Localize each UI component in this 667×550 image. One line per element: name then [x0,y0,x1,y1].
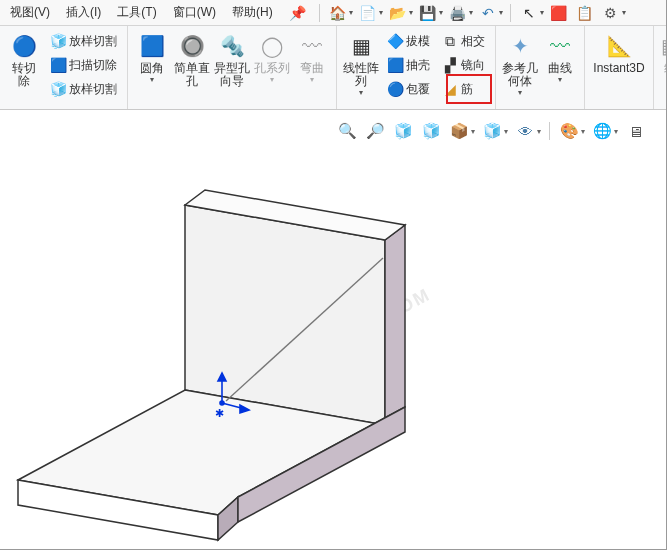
shape-hole-button[interactable]: 🔩 异型孔向导 [212,30,252,90]
separator [549,122,550,140]
hide-show-icon[interactable]: 👁 [514,120,536,142]
ref-geometry-icon: ✦ [506,32,534,60]
curve-button[interactable]: 〰 曲线 ▾ [540,30,580,86]
display-style-icon[interactable]: 🧊 [481,120,503,142]
linear-pattern-icon: ▦ [347,32,375,60]
loft-cut-button[interactable]: 🧊 放样切割 [46,30,121,52]
options-icon[interactable]: 📋 [574,3,596,23]
instant3d-icon: 📐 [605,32,633,60]
menu-view[interactable]: 视图(V) [4,2,56,23]
home-icon[interactable]: 🏠 [327,3,349,23]
open-icon[interactable]: 📂 [387,3,409,23]
instant3d-button[interactable]: 📐 Instant3D [589,30,649,77]
ref-geometry-label: 参考几何体 [502,62,538,88]
menu-tools[interactable]: 工具(T) [111,2,162,23]
render-icon[interactable]: 🖥 [624,120,646,142]
dropdown-icon: ▾ [518,88,522,97]
dropdown-icon[interactable]: ▾ [499,8,503,17]
dropdown-icon[interactable]: ▾ [469,8,473,17]
revolve-cut-label: 转切除 [12,62,36,88]
save-icon[interactable]: 💾 [417,3,439,23]
new-icon[interactable]: 📄 [357,3,379,23]
pin-icon[interactable]: 📌 [283,5,312,21]
simple-hole-label: 简单直孔 [174,62,210,88]
linear-pattern-button[interactable]: ▦ 线性阵列 ▾ [341,30,381,99]
simple-hole-button[interactable]: 🔘 简单直孔 [172,30,212,90]
undo-icon[interactable]: ↶ [477,3,499,23]
wrap-button[interactable]: 🔵 包覆 [383,78,434,100]
loft-cut-label: 放样切割 [69,33,117,50]
bend-icon: 〰 [298,32,326,60]
loft-cut2-icon: 🧊 [50,81,66,97]
tutorial-highlight [446,74,492,104]
dropdown-icon: ▾ [310,75,314,84]
group-button: ▦ 组 [658,30,667,77]
revolve-cut-button[interactable]: 🔵 转切除 [4,30,44,90]
dropdown-icon[interactable]: ▾ [540,8,544,17]
settings-icon[interactable]: ⚙ [600,3,622,23]
menu-insert[interactable]: 插入(I) [60,2,107,23]
revolve-cut-icon: 🔵 [10,32,38,60]
intersect-label: 相交 [461,33,485,50]
separator [510,4,511,22]
model-viewport[interactable]: 软件自学网 WWW.RJZXW.COM ✱ [0,145,666,549]
dropdown-icon[interactable]: ▾ [471,127,475,136]
prev-view-icon[interactable]: 🧊 [392,120,414,142]
mirror-button[interactable]: ▞ 镜向 [438,54,489,76]
loft-cut2-button[interactable]: 🧊 放样切割 [46,78,121,100]
scene-icon[interactable]: 🌐 [591,120,613,142]
shell-button[interactable]: 🟦 抽壳 [383,54,434,76]
dropdown-icon[interactable]: ▾ [614,127,618,136]
appearance-icon[interactable]: 🎨 [558,120,580,142]
curve-icon: 〰 [546,32,574,60]
fillet-button[interactable]: 🟦 圆角 ▾ [132,30,172,86]
menu-help[interactable]: 帮助(H) [226,2,279,23]
instant3d-label: Instant3D [593,62,644,75]
dropdown-icon[interactable]: ▾ [439,8,443,17]
zoom-fit-icon[interactable]: 🔍 [336,120,358,142]
mirror-label: 镜向 [461,57,485,74]
select-icon[interactable]: ↖ [518,3,540,23]
rebuild-icon[interactable]: 🟥 [548,3,570,23]
zoom-area-icon[interactable]: 🔎 [364,120,386,142]
dropdown-icon[interactable]: ▾ [379,8,383,17]
view-orient-icon[interactable]: 📦 [448,120,470,142]
fillet-label: 圆角 [140,62,164,75]
wrap-icon: 🔵 [387,81,403,97]
dropdown-icon[interactable]: ▾ [581,127,585,136]
bend-label: 弯曲 [300,62,324,75]
svg-marker-0 [185,205,385,425]
svg-marker-1 [385,225,405,425]
dropdown-icon[interactable]: ▾ [349,8,353,17]
shell-icon: 🟦 [387,57,403,73]
simple-hole-icon: 🔘 [178,32,206,60]
dropdown-icon[interactable]: ▾ [409,8,413,17]
dropdown-icon: ▾ [359,88,363,97]
group-icon: ▦ [656,32,667,60]
svg-text:✱: ✱ [215,407,224,419]
sweep-cut-button[interactable]: 🟦 扫描切除 [46,54,121,76]
bend-button: 〰 弯曲 ▾ [292,30,332,86]
dropdown-icon[interactable]: ▾ [504,127,508,136]
svg-point-13 [220,401,224,405]
dropdown-icon[interactable]: ▾ [622,8,626,17]
sweep-cut-label: 扫描切除 [69,57,117,74]
menu-window[interactable]: 窗口(W) [167,2,222,23]
section-view-icon[interactable]: 🧊 [420,120,442,142]
ribbon-group-cut: 🔵 转切除 🧊 放样切割 🟦 扫描切除 🧊 放样切割 [0,26,128,109]
draft-button[interactable]: 🔷 拔模 [383,30,434,52]
print-icon[interactable]: 🖨️ [447,3,469,23]
dropdown-icon[interactable]: ▾ [537,127,541,136]
hole-series-button: ◯ 孔系列 ▾ [252,30,292,86]
shell-label: 抽壳 [406,57,430,74]
mirror-icon: ▞ [442,57,458,73]
ref-geometry-button[interactable]: ✦ 参考几何体 ▾ [500,30,540,99]
ribbon-group-features: 🟦 圆角 ▾ 🔘 简单直孔 🔩 异型孔向导 ◯ 孔系列 ▾ 〰 弯曲 ▾ [128,26,337,109]
intersect-button[interactable]: ⧉ 相交 [438,30,489,52]
menu-bar: 视图(V) 插入(I) 工具(T) 窗口(W) 帮助(H) 📌 🏠▾ 📄▾ 📂▾… [0,0,666,26]
dropdown-icon: ▾ [558,75,562,84]
model-svg: ✱ [0,145,667,550]
shape-hole-label: 异型孔向导 [214,62,250,88]
draft-icon: 🔷 [387,33,403,49]
shape-hole-icon: 🔩 [218,32,246,60]
